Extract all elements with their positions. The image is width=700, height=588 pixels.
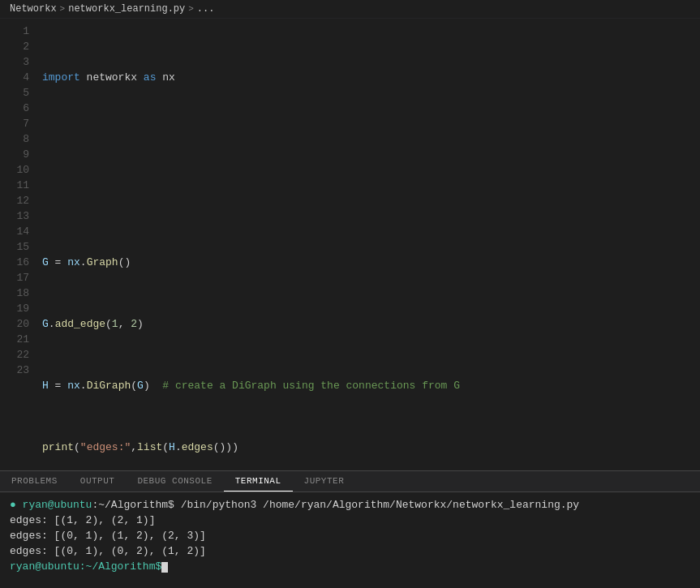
terminal-prompt-dot: ● xyxy=(10,499,23,511)
tab-problems[interactable]: PROBLEMS xyxy=(0,471,69,491)
breadcrumb-part3: ... xyxy=(197,3,215,15)
terminal-line-command: ● ryan@ubuntu:~/Algorithm$ /bin/python3 … xyxy=(10,497,690,513)
code-line-4: G = nx.Graph() xyxy=(39,255,700,270)
terminal-output-1: edges: [(1, 2), (2, 1)] xyxy=(10,513,690,528)
code-line-1: import networkx as nx xyxy=(39,70,700,85)
terminal-output-3: edges: [(0, 1), (0, 2), (1, 2)] xyxy=(10,543,690,559)
tab-jupyter[interactable]: JUPYTER xyxy=(293,471,356,491)
terminal-command: $ /bin/python3 /home/ryan/Algorithm/Netw… xyxy=(168,499,579,511)
terminal-content[interactable]: ● ryan@ubuntu:~/Algorithm$ /bin/python3 … xyxy=(0,492,700,588)
code-editor[interactable]: import networkx as nx G = nx.Graph() G.a… xyxy=(39,19,700,470)
tab-debug-console[interactable]: DEBUG CONSOLE xyxy=(126,471,223,491)
panel-tabs: PROBLEMS OUTPUT DEBUG CONSOLE TERMINAL J… xyxy=(0,471,700,492)
breadcrumb-sep2: > xyxy=(188,4,194,14)
editor-area: 12345 678910 1112131415 1617181920 21222… xyxy=(0,19,700,470)
breadcrumb-part1: Networkx xyxy=(10,3,57,15)
terminal-user: ryan@ubuntu xyxy=(23,499,92,511)
breadcrumb: Networkx > networkx_learning.py > ... xyxy=(0,0,700,19)
breadcrumb-part2: networkx_learning.py xyxy=(68,3,185,15)
code-line-7: print("edges:",list(H.edges())) xyxy=(39,440,700,455)
code-line-2 xyxy=(39,131,700,147)
code-line-5: G.add_edge(1, 2) xyxy=(39,316,700,332)
terminal-path: :~/Algorithm xyxy=(92,499,168,511)
terminal-final-prompt: ryan@ubuntu:~/Algorithm$ xyxy=(10,559,690,574)
terminal-cursor xyxy=(161,562,168,573)
terminal-output-2: edges: [(0, 1), (1, 2), (2, 3)] xyxy=(10,528,690,543)
code-line-6: H = nx.DiGraph(G) # create a DiGraph usi… xyxy=(39,378,700,393)
tab-terminal[interactable]: TERMINAL xyxy=(224,471,293,491)
line-numbers: 12345 678910 1112131415 1617181920 21222… xyxy=(0,19,39,470)
bottom-panel: PROBLEMS OUTPUT DEBUG CONSOLE TERMINAL J… xyxy=(0,470,700,588)
code-line-3 xyxy=(39,193,700,208)
tab-output[interactable]: OUTPUT xyxy=(69,471,127,491)
terminal-final-prompt-text: ryan@ubuntu:~/Algorithm$ xyxy=(10,560,161,573)
breadcrumb-sep1: > xyxy=(60,4,66,14)
